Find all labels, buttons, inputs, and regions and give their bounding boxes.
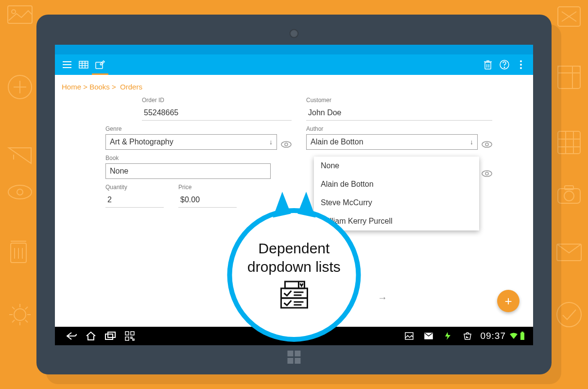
customer-input[interactable]: John Doe [306,106,492,121]
svg-line-15 [562,12,576,21]
svg-point-52 [485,143,488,146]
svg-point-2 [8,75,32,99]
eye-icon[interactable] [482,168,492,179]
svg-point-50 [285,143,288,146]
overflow-icon[interactable] [513,54,529,75]
svg-rect-39 [485,62,491,69]
svg-line-16 [562,12,576,21]
quantity-input[interactable]: 2 [105,193,164,208]
dropdown-list-icon [277,281,311,311]
author-label: Author [306,125,492,132]
next-arrow-icon[interactable]: → [378,292,387,303]
order-id-label: Order ID [142,97,292,104]
svg-rect-20 [558,131,580,154]
genre-label: Genre [105,125,292,132]
svg-point-53 [482,171,492,177]
camera-dot [290,29,298,38]
breadcrumb[interactable]: Home > Books > Orders [62,83,526,91]
mail-icon [419,327,438,345]
app-toolbar [55,54,533,75]
store-icon [458,327,477,345]
svg-rect-14 [558,7,580,26]
svg-rect-65 [521,332,523,333]
help-icon[interactable] [496,54,513,75]
svg-point-51 [482,141,492,147]
svg-point-29 [557,302,581,327]
svg-rect-61 [133,339,134,340]
svg-rect-18 [558,66,580,73]
svg-point-13 [14,309,26,320]
battery-icon [519,327,526,345]
svg-rect-64 [520,333,524,340]
dropdown-option[interactable]: None [314,157,479,175]
clock: 09:37 [480,331,506,341]
svg-point-1 [12,10,16,14]
delete-icon[interactable] [480,54,496,75]
eye-icon[interactable] [482,139,492,150]
picture-icon [399,327,419,345]
qr-icon[interactable] [120,327,139,345]
svg-point-7 [17,189,23,195]
callout-bubble: Dependentdropdown lists [227,208,361,342]
price-label: Price [178,184,237,191]
svg-point-48 [520,67,522,69]
svg-rect-56 [108,332,115,337]
author-select[interactable]: Alain de Botton↓ [306,134,478,150]
svg-point-46 [520,60,522,62]
svg-rect-59 [125,337,129,340]
customer-label: Customer [306,97,492,104]
back-icon[interactable] [62,327,81,345]
svg-point-47 [520,64,522,66]
svg-rect-17 [558,66,580,88]
genre-select[interactable]: Art & Photography↓ [105,134,277,150]
svg-rect-0 [8,6,32,23]
book-select[interactable]: None [105,163,271,179]
chevron-down-icon: ↓ [470,138,473,146]
home-icon[interactable] [81,327,101,345]
svg-rect-8 [11,243,26,263]
chevron-down-icon: ↓ [269,138,273,146]
recent-apps-icon[interactable] [101,327,120,345]
home-button[interactable] [288,351,301,364]
eye-icon[interactable] [281,139,292,150]
svg-rect-58 [131,332,134,335]
price-input[interactable]: $0.00 [178,193,237,208]
menu-icon[interactable] [59,54,75,75]
svg-rect-27 [565,186,573,190]
svg-point-45 [504,67,505,68]
svg-rect-57 [125,332,129,335]
wifi-icon [509,327,519,345]
table-view-icon[interactable] [75,54,92,75]
svg-rect-55 [105,334,113,339]
svg-rect-28 [557,244,581,261]
svg-rect-25 [558,189,580,203]
android-status-bar [55,45,533,54]
svg-point-26 [564,191,574,201]
svg-point-54 [485,172,488,175]
svg-rect-33 [79,61,88,68]
dropdown-option[interactable]: Alain de Botton [314,175,479,194]
edit-view-icon[interactable] [92,54,108,75]
svg-point-6 [8,185,32,199]
order-id-input[interactable]: 55248665 [142,106,292,121]
svg-point-49 [281,141,291,147]
fab-add-button[interactable]: + [497,290,519,312]
battery-charging-icon [438,327,458,345]
quantity-label: Quantity [105,184,164,191]
svg-rect-60 [131,337,132,338]
